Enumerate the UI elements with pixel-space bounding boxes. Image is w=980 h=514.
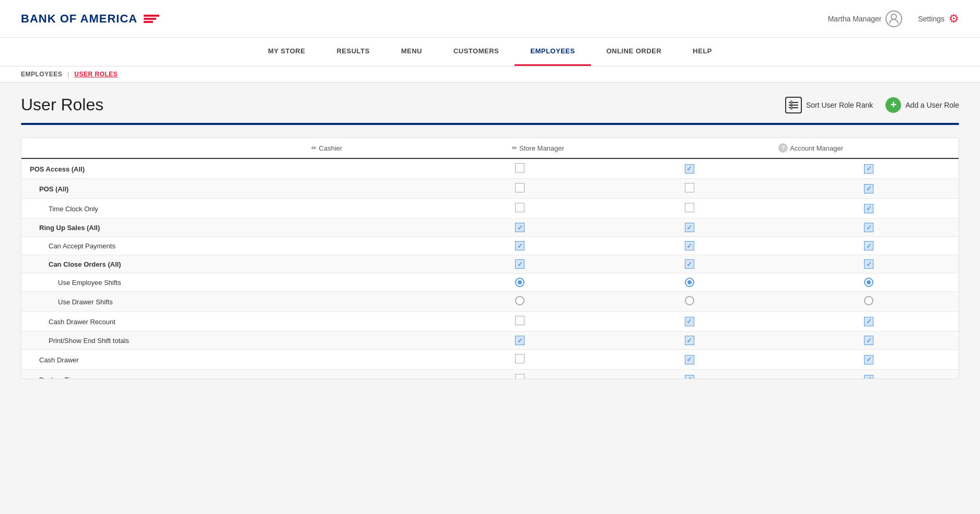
cell-10-1[interactable] bbox=[600, 350, 779, 370]
cell-3-0[interactable] bbox=[440, 219, 600, 237]
cell-4-2[interactable] bbox=[779, 237, 959, 255]
cell-2-0[interactable] bbox=[440, 199, 600, 219]
checkbox-wrapper[interactable] bbox=[685, 223, 694, 232]
cell-9-1[interactable] bbox=[600, 332, 779, 350]
cell-6-0[interactable] bbox=[440, 273, 600, 292]
checkbox-input[interactable] bbox=[864, 223, 873, 232]
radio-wrapper[interactable] bbox=[685, 278, 694, 287]
checkbox-input[interactable] bbox=[864, 164, 873, 174]
cell-8-2[interactable] bbox=[779, 312, 959, 332]
cell-4-1[interactable] bbox=[600, 237, 779, 255]
cell-3-1[interactable] bbox=[600, 219, 779, 237]
radio-input[interactable] bbox=[864, 296, 873, 305]
cell-7-1[interactable] bbox=[600, 292, 779, 312]
checkbox-input[interactable] bbox=[515, 203, 524, 212]
user-section[interactable]: Martha Manager bbox=[828, 10, 903, 27]
radio-wrapper[interactable] bbox=[515, 296, 524, 305]
checkbox-wrapper[interactable] bbox=[685, 183, 694, 192]
checkbox-input[interactable] bbox=[515, 374, 524, 379]
cell-5-0[interactable] bbox=[440, 255, 600, 273]
cell-9-0[interactable] bbox=[440, 332, 600, 350]
checkbox-wrapper[interactable] bbox=[685, 164, 694, 174]
cell-1-1[interactable] bbox=[600, 179, 779, 199]
checkbox-input[interactable] bbox=[864, 259, 873, 269]
checkbox-wrapper[interactable] bbox=[864, 355, 873, 364]
checkbox-wrapper[interactable] bbox=[515, 374, 524, 379]
checkbox-wrapper[interactable] bbox=[864, 241, 873, 250]
breadcrumb-parent[interactable]: EMPLOYEES bbox=[21, 71, 62, 78]
cell-10-0[interactable] bbox=[440, 350, 600, 370]
checkbox-input[interactable] bbox=[864, 241, 873, 250]
checkbox-input[interactable] bbox=[515, 259, 524, 269]
checkbox-input[interactable] bbox=[515, 354, 524, 363]
radio-input[interactable] bbox=[515, 278, 524, 287]
cell-7-2[interactable] bbox=[779, 292, 959, 312]
checkbox-input[interactable] bbox=[864, 184, 873, 193]
checkbox-input[interactable] bbox=[864, 355, 873, 364]
cell-10-2[interactable] bbox=[779, 350, 959, 370]
checkbox-input[interactable] bbox=[685, 336, 694, 345]
checkbox-wrapper[interactable] bbox=[515, 336, 524, 345]
checkbox-wrapper[interactable] bbox=[864, 204, 873, 213]
checkbox-wrapper[interactable] bbox=[515, 259, 524, 269]
settings-section[interactable]: Settings ⚙ bbox=[918, 12, 959, 26]
checkbox-wrapper[interactable] bbox=[685, 375, 694, 379]
checkbox-input[interactable] bbox=[685, 317, 694, 326]
checkbox-wrapper[interactable] bbox=[515, 203, 524, 212]
checkbox-wrapper[interactable] bbox=[864, 184, 873, 193]
radio-input[interactable] bbox=[864, 278, 873, 287]
radio-input[interactable] bbox=[685, 296, 694, 305]
checkbox-input[interactable] bbox=[515, 316, 524, 325]
table-scroll-area[interactable]: POS Access (All)POS (All)Time Clock Only… bbox=[21, 159, 959, 379]
checkbox-wrapper[interactable] bbox=[515, 241, 524, 250]
checkbox-wrapper[interactable] bbox=[515, 223, 524, 232]
cell-11-1[interactable] bbox=[600, 370, 779, 379]
checkbox-input[interactable] bbox=[864, 336, 873, 345]
cell-1-2[interactable] bbox=[779, 179, 959, 199]
checkbox-input[interactable] bbox=[685, 355, 694, 364]
checkbox-input[interactable] bbox=[685, 375, 694, 379]
checkbox-wrapper[interactable] bbox=[685, 355, 694, 364]
checkbox-input[interactable] bbox=[864, 375, 873, 379]
checkbox-wrapper[interactable] bbox=[685, 317, 694, 326]
checkbox-input[interactable] bbox=[685, 223, 694, 232]
checkbox-input[interactable] bbox=[685, 183, 694, 192]
radio-input[interactable] bbox=[685, 278, 694, 287]
checkbox-wrapper[interactable] bbox=[864, 375, 873, 379]
cell-8-0[interactable] bbox=[440, 312, 600, 332]
cell-6-1[interactable] bbox=[600, 273, 779, 292]
breadcrumb-current[interactable]: USER ROLES bbox=[74, 71, 118, 78]
cell-6-2[interactable] bbox=[779, 273, 959, 292]
checkbox-wrapper[interactable] bbox=[864, 259, 873, 269]
cell-1-0[interactable] bbox=[440, 179, 600, 199]
checkbox-wrapper[interactable] bbox=[515, 316, 524, 325]
radio-wrapper[interactable] bbox=[515, 278, 524, 287]
checkbox-input[interactable] bbox=[864, 317, 873, 326]
checkbox-input[interactable] bbox=[685, 259, 694, 269]
cell-2-2[interactable] bbox=[779, 199, 959, 219]
cell-11-0[interactable] bbox=[440, 370, 600, 379]
checkbox-input[interactable] bbox=[515, 183, 524, 192]
checkbox-input[interactable] bbox=[685, 203, 694, 212]
checkbox-wrapper[interactable] bbox=[864, 317, 873, 326]
checkbox-wrapper[interactable] bbox=[685, 336, 694, 345]
nav-customers[interactable]: CUSTOMERS bbox=[438, 38, 515, 66]
nav-menu[interactable]: MENU bbox=[386, 38, 438, 66]
checkbox-input[interactable] bbox=[685, 241, 694, 250]
cell-5-1[interactable] bbox=[600, 255, 779, 273]
nav-my-store[interactable]: MY STORE bbox=[252, 38, 321, 66]
cell-7-0[interactable] bbox=[440, 292, 600, 312]
checkbox-input[interactable] bbox=[515, 241, 524, 250]
checkbox-wrapper[interactable] bbox=[685, 203, 694, 212]
checkbox-wrapper[interactable] bbox=[864, 223, 873, 232]
radio-wrapper[interactable] bbox=[685, 296, 694, 305]
checkbox-wrapper[interactable] bbox=[864, 336, 873, 345]
cell-5-2[interactable] bbox=[779, 255, 959, 273]
cell-3-2[interactable] bbox=[779, 219, 959, 237]
checkbox-wrapper[interactable] bbox=[515, 163, 524, 173]
sort-user-role-rank-button[interactable]: Sort User Role Rank bbox=[785, 97, 873, 113]
checkbox-input[interactable] bbox=[515, 163, 524, 173]
cell-2-1[interactable] bbox=[600, 199, 779, 219]
cell-0-2[interactable] bbox=[779, 159, 959, 179]
nav-online-order[interactable]: ONLINE ORDER bbox=[591, 38, 678, 66]
